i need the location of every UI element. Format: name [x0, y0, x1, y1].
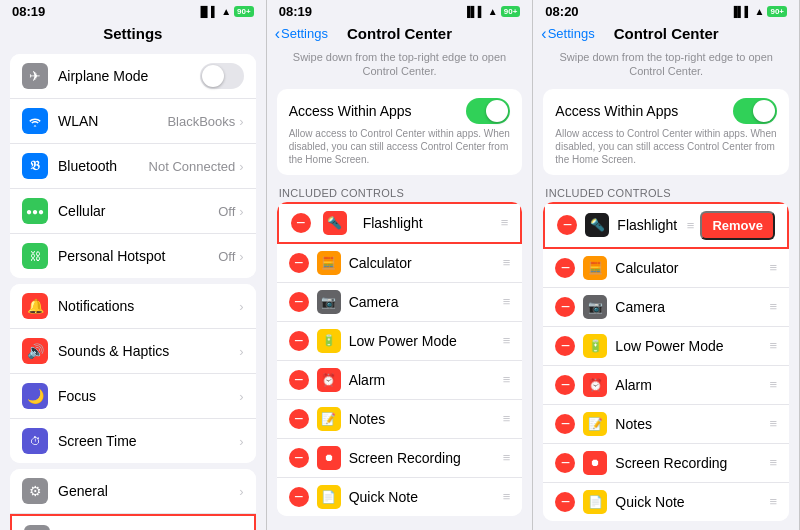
settings-item-sounds[interactable]: 🔊 Sounds & Haptics ›: [10, 329, 256, 374]
remove-button[interactable]: Remove: [700, 211, 775, 240]
camera-minus-2[interactable]: −: [289, 292, 309, 312]
screenrec-icon-2: ⏺: [317, 446, 341, 470]
screenrec-drag-3[interactable]: ≡: [769, 455, 777, 470]
camera-drag-2[interactable]: ≡: [503, 294, 511, 309]
alarm-minus-3[interactable]: −: [555, 375, 575, 395]
cc-item-screenrec-2[interactable]: − ⏺ Screen Recording ≡: [277, 439, 523, 478]
status-icons-3: ▐▌▌ ▲ 90+: [730, 6, 787, 17]
cc-item-quicknote-3[interactable]: − 📄 Quick Note ≡: [543, 483, 789, 521]
cc-item-quicknote-2[interactable]: − 📄 Quick Note ≡: [277, 478, 523, 516]
settings-item-wlan[interactable]: WLAN BlackBooks ›: [10, 99, 256, 144]
flashlight-drag-3[interactable]: ≡: [687, 218, 695, 233]
cellular-chevron: ›: [239, 204, 243, 219]
cc-item-lowpower-2[interactable]: − 🔋 Low Power Mode ≡: [277, 322, 523, 361]
notes-label-3: Notes: [615, 416, 769, 432]
quicknote-icon-2: 📄: [317, 485, 341, 509]
cellular-value: Off: [218, 204, 235, 219]
screenrec-drag-2[interactable]: ≡: [503, 450, 511, 465]
calculator-drag-2[interactable]: ≡: [503, 255, 511, 270]
settings-group-3: ⚙ General › ▦ Control Center › ☀ Display…: [10, 469, 256, 530]
settings-item-general[interactable]: ⚙ General ›: [10, 469, 256, 514]
settings-item-screentime[interactable]: ⏱ Screen Time ›: [10, 419, 256, 463]
flashlight-minus-2[interactable]: −: [291, 213, 311, 233]
cc-item-flashlight-3[interactable]: − 🔦 Flashlight ≡ Remove: [543, 202, 789, 249]
cc-item-notes-2[interactable]: − 📝 Notes ≡: [277, 400, 523, 439]
cc-item-screenrec-3[interactable]: − ⏺ Screen Recording ≡: [543, 444, 789, 483]
notes-label-2: Notes: [349, 411, 503, 427]
camera-drag-3[interactable]: ≡: [769, 299, 777, 314]
access-toggle-3[interactable]: [733, 98, 777, 124]
cc-item-lowpower-3[interactable]: − 🔋 Low Power Mode ≡: [543, 327, 789, 366]
back-button-3[interactable]: ‹ Settings: [541, 25, 594, 43]
camera-minus-3[interactable]: −: [555, 297, 575, 317]
battery-badge-2: 90+: [501, 6, 521, 17]
cc-item-alarm-2[interactable]: − ⏰ Alarm ≡: [277, 361, 523, 400]
cc-item-calculator-2[interactable]: − 🧮 Calculator ≡: [277, 244, 523, 283]
alarm-minus-2[interactable]: −: [289, 370, 309, 390]
settings-item-notifications[interactable]: 🔔 Notifications ›: [10, 284, 256, 329]
camera-icon-2: 📷: [317, 290, 341, 314]
status-time-1: 08:19: [12, 4, 45, 19]
settings-list: ✈ Airplane Mode WLAN BlackBooks › 𝔅 Blue…: [0, 48, 266, 530]
cc-item-calculator-3[interactable]: − 🧮 Calculator ≡: [543, 249, 789, 288]
alarm-drag-2[interactable]: ≡: [503, 372, 511, 387]
access-card-top-2: Access Within Apps: [289, 98, 511, 124]
cc-item-alarm-3[interactable]: − ⏰ Alarm ≡: [543, 366, 789, 405]
airplane-toggle[interactable]: [200, 63, 244, 89]
settings-item-focus[interactable]: 🌙 Focus ›: [10, 374, 256, 419]
calculator-minus-3[interactable]: −: [555, 258, 575, 278]
focus-chevron: ›: [239, 389, 243, 404]
screenrec-minus-3[interactable]: −: [555, 453, 575, 473]
lowpower-drag-2[interactable]: ≡: [503, 333, 511, 348]
bluetooth-label: Bluetooth: [58, 158, 149, 174]
flashlight-drag-2[interactable]: ≡: [501, 215, 509, 230]
access-label-2: Access Within Apps: [289, 103, 412, 119]
cc-item-camera-3[interactable]: − 📷 Camera ≡: [543, 288, 789, 327]
lowpower-drag-3[interactable]: ≡: [769, 338, 777, 353]
settings-item-bluetooth[interactable]: 𝔅 Bluetooth Not Connected ›: [10, 144, 256, 189]
status-time-3: 08:20: [545, 4, 578, 19]
back-button-2[interactable]: ‹ Settings: [275, 25, 328, 43]
notes-icon-3: 📝: [583, 412, 607, 436]
camera-icon-3: 📷: [583, 295, 607, 319]
general-chevron: ›: [239, 484, 243, 499]
wlan-value: BlackBooks: [167, 114, 235, 129]
quicknote-minus-2[interactable]: −: [289, 487, 309, 507]
notes-drag-3[interactable]: ≡: [769, 416, 777, 431]
cc-item-camera-2[interactable]: − 📷 Camera ≡: [277, 283, 523, 322]
alarm-drag-3[interactable]: ≡: [769, 377, 777, 392]
airplane-icon: ✈: [22, 63, 48, 89]
settings-item-airplane[interactable]: ✈ Airplane Mode: [10, 54, 256, 99]
settings-item-controlcenter[interactable]: ▦ Control Center ›: [10, 514, 256, 531]
quicknote-minus-3[interactable]: −: [555, 492, 575, 512]
signal-icon-2: ▐▌▌: [464, 6, 485, 17]
notes-minus-2[interactable]: −: [289, 409, 309, 429]
status-time-2: 08:19: [279, 4, 312, 19]
lowpower-minus-3[interactable]: −: [555, 336, 575, 356]
flashlight-label-3: Flashlight: [617, 217, 687, 233]
calculator-label-2: Calculator: [349, 255, 503, 271]
notifications-icon: 🔔: [22, 293, 48, 319]
quicknote-drag-3[interactable]: ≡: [769, 494, 777, 509]
lowpower-minus-2[interactable]: −: [289, 331, 309, 351]
more-header-3: MORE CONTROLS: [533, 525, 799, 530]
battery-badge-1: 90+: [234, 6, 254, 17]
controlcenter-icon: ▦: [24, 525, 50, 531]
cc-item-flashlight-2[interactable]: − 🔦 Flashlight ≡: [277, 202, 523, 244]
cc-item-notes-3[interactable]: − 📝 Notes ≡: [543, 405, 789, 444]
calculator-drag-3[interactable]: ≡: [769, 260, 777, 275]
settings-item-hotspot[interactable]: ⛓ Personal Hotspot Off ›: [10, 234, 256, 278]
cc-subtitle-3: Swipe down from the top-right edge to op…: [533, 48, 799, 85]
flashlight-icon-3: 🔦: [585, 213, 609, 237]
calculator-minus-2[interactable]: −: [289, 253, 309, 273]
notes-drag-2[interactable]: ≡: [503, 411, 511, 426]
access-toggle-2[interactable]: [466, 98, 510, 124]
notes-minus-3[interactable]: −: [555, 414, 575, 434]
settings-item-cellular[interactable]: ●●● Cellular Off ›: [10, 189, 256, 234]
alarm-icon-2: ⏰: [317, 368, 341, 392]
flashlight-minus-3[interactable]: −: [557, 215, 577, 235]
lowpower-label-3: Low Power Mode: [615, 338, 769, 354]
back-chevron-2: ‹: [275, 25, 280, 43]
screenrec-minus-2[interactable]: −: [289, 448, 309, 468]
quicknote-drag-2[interactable]: ≡: [503, 489, 511, 504]
